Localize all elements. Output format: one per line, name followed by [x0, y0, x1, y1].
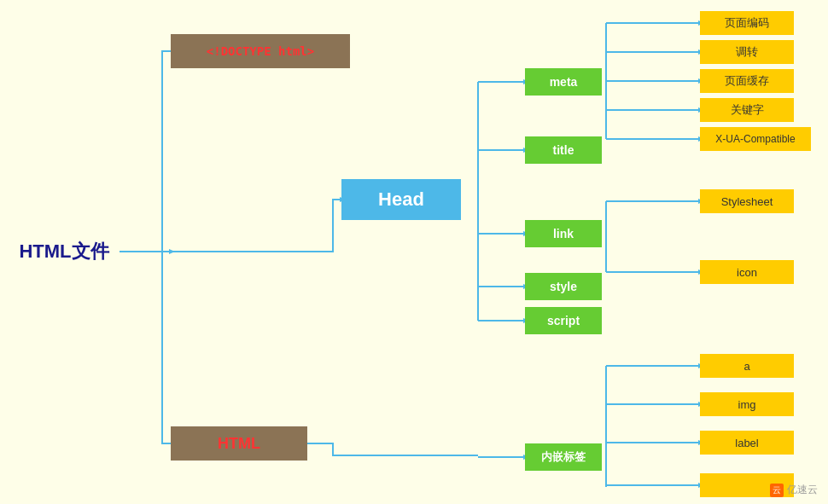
- head-node: Head: [341, 179, 461, 220]
- doctype-label: <!DOCTYPE html>: [207, 44, 314, 58]
- watermark-icon: 云: [770, 484, 784, 497]
- watermark-text: 亿速云: [787, 483, 818, 497]
- link-node: link: [525, 220, 602, 247]
- leaf-stylesheet: Stylesheet: [700, 189, 794, 213]
- title-label: title: [553, 143, 574, 157]
- leaf-huanc: 页面缓存: [700, 69, 794, 93]
- leaf-label: label: [700, 431, 794, 455]
- meta-node: meta: [525, 68, 602, 96]
- leaf-a: a: [700, 354, 794, 378]
- leaf-yemian: 页面编码: [700, 11, 794, 35]
- meta-label: meta: [550, 75, 578, 89]
- leaf-xua: X-UA-Compatible: [700, 127, 811, 151]
- title-node: title: [525, 136, 602, 164]
- root-node: HTML文件: [9, 230, 120, 273]
- html-node: HTML: [171, 426, 307, 461]
- script-node: script: [525, 307, 602, 334]
- style-node: style: [525, 273, 602, 300]
- html-label: HTML: [218, 435, 260, 453]
- root-label: HTML文件: [19, 239, 108, 264]
- leaf-guanjianzi: 关键字: [700, 98, 794, 122]
- inline-node: 内嵌标签: [525, 443, 602, 471]
- style-label: style: [550, 280, 577, 293]
- watermark: 云 亿速云: [770, 483, 818, 497]
- inline-label: 内嵌标签: [541, 449, 586, 465]
- doctype-node: <!DOCTYPE html>: [171, 34, 350, 68]
- leaf-tiaoz: 调转: [700, 40, 794, 64]
- leaf-img: img: [700, 392, 794, 416]
- leaf-icon: icon: [700, 260, 794, 284]
- script-label: script: [547, 314, 580, 327]
- link-label: link: [553, 227, 574, 240]
- head-label: Head: [378, 188, 424, 211]
